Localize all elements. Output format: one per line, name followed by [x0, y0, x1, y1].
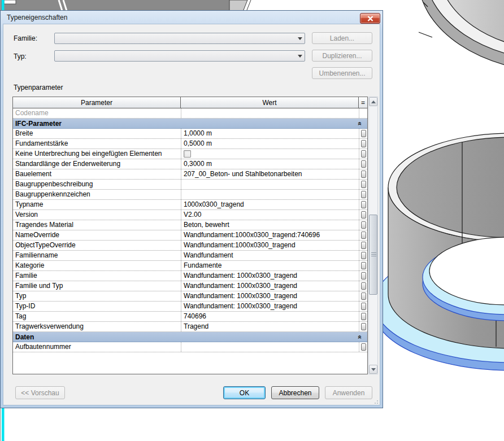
apply-button[interactable]: Anwenden — [325, 386, 372, 399]
table-scrollbar[interactable] — [368, 97, 378, 374]
parameter-row[interactable]: Fundamentstärke0,5000 m — [13, 139, 367, 149]
parameter-value[interactable]: 740696 — [181, 312, 359, 321]
column-header-eq[interactable]: = — [359, 97, 367, 108]
parameter-value[interactable]: Beton, bewehrt — [181, 220, 359, 230]
parameter-value[interactable]: Wandfundament:1000x0300_tragend — [181, 241, 359, 250]
family-label: Familie: — [14, 33, 37, 43]
associate-parameter-button[interactable] — [361, 323, 366, 330]
parameter-row[interactable]: TragwerksverwendungTragend — [13, 322, 367, 332]
associate-parameter-button[interactable] — [361, 282, 366, 290]
associate-parameter-button[interactable] — [361, 171, 366, 178]
parameter-row[interactable]: Baugruppenbeschreibung — [13, 180, 367, 190]
associate-parameter-button[interactable] — [361, 232, 366, 239]
parameter-row[interactable]: FamilieWandfundament: 1000x0300_tragend — [13, 271, 367, 281]
associate-parameter-button[interactable] — [361, 272, 366, 280]
parameter-value[interactable] — [181, 108, 359, 118]
parameter-value[interactable]: 207_00_Beton- und Stahlbetonarbeiten — [181, 169, 359, 179]
associate-parameter-button[interactable] — [361, 343, 366, 351]
background-model-strip[interactable] — [0, 0, 251, 11]
associate-parameter-button[interactable] — [361, 150, 366, 158]
parameter-row[interactable]: VersionV2.00 — [13, 210, 367, 220]
rename-button[interactable]: Umbenennen... — [312, 67, 372, 79]
parameter-name: Aufbautennummer — [13, 342, 181, 352]
parameter-value[interactable]: V2.00 — [181, 210, 359, 220]
associate-parameter-cell — [359, 149, 367, 159]
parameter-row[interactable]: Breite1,0000 m — [13, 129, 367, 139]
parameter-value[interactable] — [181, 149, 359, 159]
checkbox-unchecked[interactable] — [184, 150, 191, 158]
preview-button[interactable]: << Vorschau — [15, 386, 65, 399]
duplicate-button[interactable]: Duplizieren... — [312, 50, 372, 62]
parameter-row[interactable]: Baugruppenkennzeichen — [13, 190, 367, 200]
parameter-value[interactable] — [181, 342, 359, 352]
parameter-row[interactable]: KategorieFundamente — [13, 261, 367, 271]
family-combobox-dropdown[interactable] — [295, 33, 305, 43]
family-combobox[interactable] — [54, 33, 305, 44]
scrollbar-thumb[interactable] — [369, 215, 377, 295]
associate-parameter-button[interactable] — [361, 242, 366, 249]
cancel-button[interactable]: Abbrechen — [271, 386, 319, 399]
scrollbar-down-button[interactable] — [369, 365, 377, 374]
parameter-row[interactable]: Codename — [13, 108, 367, 119]
parameter-row[interactable]: NameOverrideWandfundament:1000x0300_trag… — [13, 230, 367, 241]
parameter-row[interactable]: Tag740696 — [13, 312, 367, 322]
parameter-row[interactable]: Bauelement207_00_Beton- und Stahlbetonar… — [13, 169, 367, 180]
parameter-group-row[interactable]: IFC-Parameter» — [13, 119, 367, 129]
parameter-value[interactable]: Wandfundament: 1000x0300_tragend — [181, 271, 359, 281]
parameter-value[interactable]: 0,3000 m — [181, 159, 359, 169]
parameter-value[interactable]: Wandfundament: 1000x0300_tragend — [181, 302, 359, 311]
parameter-value[interactable]: 0,5000 m — [181, 139, 359, 149]
parameter-group-row[interactable]: Daten» — [13, 332, 367, 342]
associate-parameter-button[interactable] — [361, 303, 366, 310]
ok-button[interactable]: OK — [223, 386, 266, 399]
parameter-row[interactable]: Typ-IDWandfundament: 1000x0300_tragend — [13, 302, 367, 312]
associate-parameter-cell — [359, 241, 367, 250]
type-combobox[interactable] — [54, 50, 305, 62]
parameter-value[interactable]: 1000x0300_tragend — [181, 200, 359, 209]
associate-parameter-button[interactable] — [361, 221, 366, 229]
parameter-row[interactable]: TypWandfundament: 1000x0300_tragend — [13, 291, 367, 302]
parameter-row[interactable]: Tragendes MaterialBeton, bewehrt — [13, 220, 367, 230]
parameter-value[interactable]: Wandfundament:1000x0300_tragend:740696 — [181, 230, 359, 240]
parameter-value[interactable]: Tragend — [181, 322, 359, 331]
parameter-row[interactable]: Aufbautennummer — [13, 342, 367, 352]
revit-screen: { "window": { "title": "Typeneigenschaft… — [0, 0, 504, 441]
type-combobox-dropdown[interactable] — [295, 51, 305, 61]
parameter-table[interactable]: Parameter Wert = CodenameIFC-Parameter»B… — [12, 97, 368, 374]
collapse-chevron-icon[interactable]: » — [356, 335, 364, 339]
associate-parameter-button[interactable] — [361, 201, 366, 208]
collapse-chevron-icon[interactable]: » — [356, 122, 364, 126]
associate-parameter-button[interactable] — [361, 292, 366, 300]
parameter-value[interactable]: Fundamente — [181, 261, 359, 270]
associate-parameter-button[interactable] — [361, 191, 366, 198]
close-button[interactable] — [360, 13, 380, 24]
parameter-row[interactable]: Standardlänge der Enderweiterung0,3000 m — [13, 159, 367, 169]
associate-parameter-button[interactable] — [361, 252, 366, 259]
associate-parameter-cell — [359, 322, 367, 331]
parameter-row[interactable]: ObjectTypeOverrideWandfundament:1000x030… — [13, 241, 367, 251]
parameter-row[interactable]: Typname1000x0300_tragend — [13, 200, 367, 210]
associate-parameter-button[interactable] — [361, 130, 366, 137]
parameter-value[interactable] — [181, 180, 359, 189]
parameter-value[interactable] — [181, 190, 359, 199]
parameter-row[interactable]: FamiliennameWandfundament — [13, 251, 367, 261]
parameter-value[interactable]: Wandfundament: 1000x0300_tragend — [181, 281, 359, 291]
associate-parameter-button[interactable] — [361, 160, 366, 168]
associate-parameter-button[interactable] — [361, 140, 366, 147]
parameter-value[interactable]: 1,0000 m — [181, 129, 359, 138]
dialog-titlebar[interactable]: Typeneigenschaften — [1, 11, 383, 24]
associate-parameter-button[interactable] — [361, 181, 366, 188]
associate-parameter-button[interactable] — [361, 211, 366, 219]
associate-parameter-button[interactable] — [361, 313, 366, 320]
parameter-row[interactable]: Familie und TypWandfundament: 1000x0300_… — [13, 281, 367, 291]
resize-grip[interactable] — [372, 398, 378, 404]
associate-parameter-button[interactable] — [361, 262, 366, 269]
load-button[interactable]: Laden... — [312, 32, 372, 44]
scrollbar-up-button[interactable] — [369, 97, 377, 106]
parameter-value[interactable]: Wandfundament — [181, 251, 359, 260]
column-header-wert[interactable]: Wert — [181, 97, 359, 108]
column-header-parameter[interactable]: Parameter — [13, 97, 181, 108]
parameter-value[interactable]: Wandfundament: 1000x0300_tragend — [181, 291, 359, 301]
parameter-row[interactable]: Keine Unterbrechung bei eingefügten Elem… — [13, 149, 367, 159]
parameter-name: Baugruppenbeschreibung — [13, 180, 181, 189]
